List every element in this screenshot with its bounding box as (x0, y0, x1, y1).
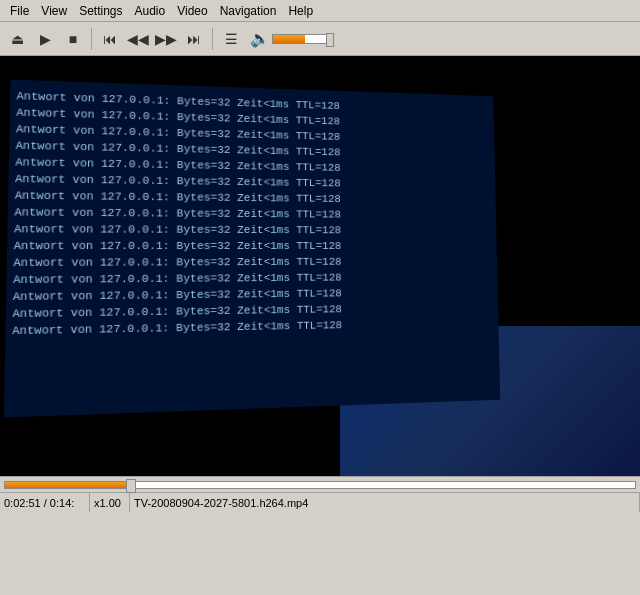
menu-audio[interactable]: Audio (129, 2, 172, 20)
volume-area: 🔈 (250, 29, 332, 48)
progress-fill (5, 482, 131, 488)
menu-settings[interactable]: Settings (73, 2, 128, 20)
menu-video[interactable]: Video (171, 2, 213, 20)
status-time: 0:02:51 / 0:14: (0, 493, 90, 512)
terminal-output: Antwort von 127.0.0.1: Bytes=32 Zeit<1ms… (12, 88, 493, 340)
menu-help[interactable]: Help (282, 2, 319, 20)
status-speed: x1.00 (90, 493, 130, 512)
toolbar: ⏏ ▶ ■ ⏮ ◀◀ ▶▶ ⏭ ☰ 🔈 (0, 22, 640, 56)
volume-thumb (326, 33, 334, 47)
menubar: File View Settings Audio Video Navigatio… (0, 0, 640, 22)
statusbar: 0:02:51 / 0:14: x1.00 TV-20080904-2027-5… (0, 492, 640, 512)
volume-slider[interactable] (272, 34, 332, 44)
volume-icon: 🔈 (250, 29, 270, 48)
menu-navigation[interactable]: Navigation (214, 2, 283, 20)
terminal-line: Antwort von 127.0.0.1: Bytes=32 Zeit<1ms… (14, 221, 491, 239)
stop-button[interactable]: ■ (60, 26, 86, 52)
status-filename: TV-20080904-2027-5801.h264.mp4 (130, 493, 640, 512)
volume-fill (273, 35, 305, 43)
skip-fwd-button[interactable]: ⏭ (181, 26, 207, 52)
play-button[interactable]: ▶ (32, 26, 58, 52)
progress-area (0, 476, 640, 492)
toolbar-separator-1 (91, 28, 92, 50)
eject-button[interactable]: ⏏ (4, 26, 30, 52)
video-area[interactable]: Antwort von 127.0.0.1: Bytes=32 Zeit<1ms… (0, 56, 640, 476)
next-button[interactable]: ▶▶ (153, 26, 179, 52)
skip-back-button[interactable]: ⏮ (97, 26, 123, 52)
terminal-screen: Antwort von 127.0.0.1: Bytes=32 Zeit<1ms… (4, 80, 500, 418)
toolbar-separator-2 (212, 28, 213, 50)
menu-file[interactable]: File (4, 2, 35, 20)
menu-view[interactable]: View (35, 2, 73, 20)
terminal-line: Antwort von 127.0.0.1: Bytes=32 Zeit<1ms… (14, 238, 492, 255)
progress-thumb (126, 479, 136, 493)
prev-button[interactable]: ◀◀ (125, 26, 151, 52)
playlist-button[interactable]: ☰ (218, 26, 244, 52)
progress-bar[interactable] (4, 481, 636, 489)
